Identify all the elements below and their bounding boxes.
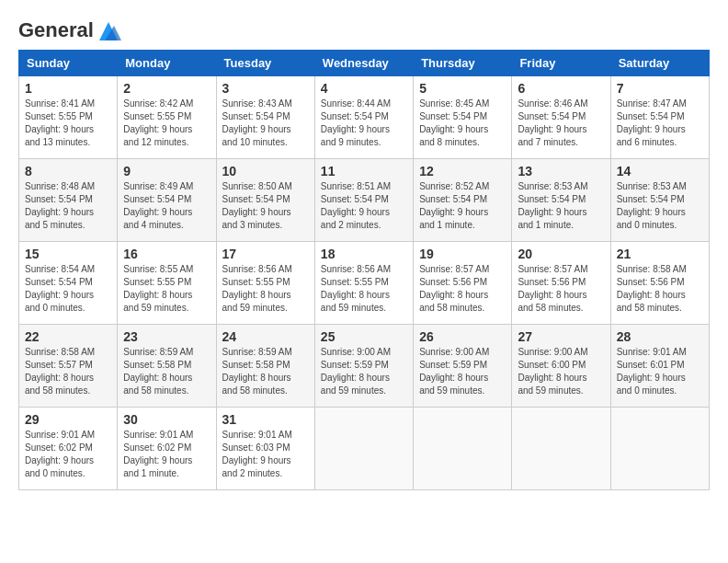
day-number: 24 — [222, 329, 309, 344]
day-number: 3 — [222, 81, 309, 96]
calendar-week-row: 1Sunrise: 8:41 AM Sunset: 5:55 PM Daylig… — [19, 76, 710, 159]
calendar-cell: 19Sunrise: 8:57 AM Sunset: 5:56 PM Dayli… — [414, 242, 512, 325]
day-info: Sunrise: 8:54 AM Sunset: 5:54 PM Dayligh… — [25, 263, 111, 315]
calendar-cell: 1Sunrise: 8:41 AM Sunset: 5:55 PM Daylig… — [19, 76, 118, 159]
day-info: Sunrise: 8:56 AM Sunset: 5:55 PM Dayligh… — [222, 263, 309, 315]
weekday-header-saturday: Saturday — [610, 51, 709, 76]
day-info: Sunrise: 8:46 AM Sunset: 5:54 PM Dayligh… — [518, 98, 604, 149]
day-number: 27 — [518, 329, 604, 344]
day-info: Sunrise: 8:47 AM Sunset: 5:54 PM Dayligh… — [617, 98, 703, 149]
calendar-cell: 14Sunrise: 8:53 AM Sunset: 5:54 PM Dayli… — [610, 159, 709, 242]
day-info: Sunrise: 8:43 AM Sunset: 5:54 PM Dayligh… — [222, 98, 309, 149]
calendar-cell: 27Sunrise: 9:00 AM Sunset: 6:00 PM Dayli… — [512, 325, 610, 408]
calendar-cell: 26Sunrise: 9:00 AM Sunset: 5:59 PM Dayli… — [414, 325, 512, 408]
calendar-cell: 21Sunrise: 8:58 AM Sunset: 5:56 PM Dayli… — [610, 242, 709, 325]
day-number: 15 — [25, 247, 111, 261]
day-number: 16 — [123, 247, 210, 261]
day-info: Sunrise: 8:44 AM Sunset: 5:54 PM Dayligh… — [321, 98, 407, 149]
day-info: Sunrise: 8:41 AM Sunset: 5:55 PM Dayligh… — [25, 98, 111, 149]
day-info: Sunrise: 8:53 AM Sunset: 5:54 PM Dayligh… — [617, 180, 703, 232]
calendar-cell: 17Sunrise: 8:56 AM Sunset: 5:55 PM Dayli… — [216, 242, 314, 325]
calendar-cell: 25Sunrise: 9:00 AM Sunset: 5:59 PM Dayli… — [314, 325, 413, 408]
calendar-cell — [314, 408, 413, 490]
day-info: Sunrise: 9:01 AM Sunset: 6:02 PM Dayligh… — [123, 429, 210, 480]
calendar-cell: 12Sunrise: 8:52 AM Sunset: 5:54 PM Dayli… — [414, 159, 512, 242]
calendar-cell: 31Sunrise: 9:01 AM Sunset: 6:03 PM Dayli… — [216, 408, 314, 490]
day-number: 25 — [321, 329, 407, 344]
day-info: Sunrise: 9:00 AM Sunset: 5:59 PM Dayligh… — [419, 346, 506, 397]
day-info: Sunrise: 8:42 AM Sunset: 5:55 PM Dayligh… — [123, 98, 210, 149]
day-info: Sunrise: 8:55 AM Sunset: 5:55 PM Dayligh… — [123, 263, 210, 315]
day-info: Sunrise: 8:49 AM Sunset: 5:54 PM Dayligh… — [123, 180, 210, 232]
day-number: 6 — [518, 81, 604, 96]
day-number: 5 — [419, 81, 506, 96]
logo-icon — [96, 18, 121, 44]
day-number: 9 — [123, 164, 210, 178]
day-info: Sunrise: 8:52 AM Sunset: 5:54 PM Dayligh… — [419, 180, 506, 232]
calendar-table: SundayMondayTuesdayWednesdayThursdayFrid… — [18, 50, 710, 490]
weekday-header-wednesday: Wednesday — [314, 51, 413, 76]
day-number: 2 — [123, 81, 210, 96]
calendar-week-row: 29Sunrise: 9:01 AM Sunset: 6:02 PM Dayli… — [19, 408, 710, 490]
day-number: 23 — [123, 329, 210, 344]
calendar-week-row: 8Sunrise: 8:48 AM Sunset: 5:54 PM Daylig… — [19, 159, 710, 242]
day-number: 20 — [518, 247, 604, 261]
calendar-cell: 29Sunrise: 9:01 AM Sunset: 6:02 PM Dayli… — [19, 408, 118, 490]
day-number: 18 — [321, 247, 407, 261]
day-info: Sunrise: 9:00 AM Sunset: 5:59 PM Dayligh… — [321, 346, 407, 397]
day-info: Sunrise: 8:51 AM Sunset: 5:54 PM Dayligh… — [321, 180, 407, 232]
calendar-cell: 10Sunrise: 8:50 AM Sunset: 5:54 PM Dayli… — [216, 159, 314, 242]
calendar-cell: 13Sunrise: 8:53 AM Sunset: 5:54 PM Dayli… — [512, 159, 610, 242]
weekday-header-friday: Friday — [512, 51, 610, 76]
calendar-cell — [414, 408, 512, 490]
day-info: Sunrise: 8:57 AM Sunset: 5:56 PM Dayligh… — [518, 263, 604, 315]
day-number: 19 — [419, 247, 506, 261]
day-number: 29 — [25, 412, 111, 427]
calendar-cell: 22Sunrise: 8:58 AM Sunset: 5:57 PM Dayli… — [19, 325, 118, 408]
calendar-cell — [512, 408, 610, 490]
weekday-header-sunday: Sunday — [19, 51, 118, 76]
calendar-cell — [610, 408, 709, 490]
calendar-cell: 3Sunrise: 8:43 AM Sunset: 5:54 PM Daylig… — [216, 76, 314, 159]
day-number: 4 — [321, 81, 407, 96]
day-number: 14 — [617, 164, 703, 178]
calendar-cell: 2Sunrise: 8:42 AM Sunset: 5:55 PM Daylig… — [118, 76, 216, 159]
day-number: 11 — [321, 164, 407, 178]
logo-text: General — [18, 18, 121, 44]
day-info: Sunrise: 8:45 AM Sunset: 5:54 PM Dayligh… — [419, 98, 506, 149]
weekday-header-thursday: Thursday — [414, 51, 512, 76]
calendar-cell: 6Sunrise: 8:46 AM Sunset: 5:54 PM Daylig… — [512, 76, 610, 159]
calendar-cell: 11Sunrise: 8:51 AM Sunset: 5:54 PM Dayli… — [314, 159, 413, 242]
calendar-cell: 23Sunrise: 8:59 AM Sunset: 5:58 PM Dayli… — [118, 325, 216, 408]
calendar-week-row: 15Sunrise: 8:54 AM Sunset: 5:54 PM Dayli… — [19, 242, 710, 325]
day-number: 13 — [518, 164, 604, 178]
logo: General — [18, 18, 121, 40]
day-info: Sunrise: 9:01 AM Sunset: 6:01 PM Dayligh… — [617, 346, 703, 397]
day-number: 30 — [123, 412, 210, 427]
day-info: Sunrise: 9:01 AM Sunset: 6:03 PM Dayligh… — [222, 429, 309, 480]
day-number: 21 — [617, 247, 703, 261]
calendar-week-row: 22Sunrise: 8:58 AM Sunset: 5:57 PM Dayli… — [19, 325, 710, 408]
weekday-header-tuesday: Tuesday — [216, 51, 314, 76]
calendar-cell: 16Sunrise: 8:55 AM Sunset: 5:55 PM Dayli… — [118, 242, 216, 325]
day-number: 26 — [419, 329, 506, 344]
day-info: Sunrise: 8:59 AM Sunset: 5:58 PM Dayligh… — [123, 346, 210, 397]
day-number: 1 — [25, 81, 111, 96]
day-info: Sunrise: 9:00 AM Sunset: 6:00 PM Dayligh… — [518, 346, 604, 397]
calendar-header-row: SundayMondayTuesdayWednesdayThursdayFrid… — [19, 51, 710, 76]
day-number: 7 — [617, 81, 703, 96]
day-number: 28 — [617, 329, 703, 344]
weekday-header-monday: Monday — [118, 51, 216, 76]
day-info: Sunrise: 8:53 AM Sunset: 5:54 PM Dayligh… — [518, 180, 604, 232]
day-number: 12 — [419, 164, 506, 178]
calendar-cell: 8Sunrise: 8:48 AM Sunset: 5:54 PM Daylig… — [19, 159, 118, 242]
day-info: Sunrise: 8:58 AM Sunset: 5:56 PM Dayligh… — [617, 263, 703, 315]
day-info: Sunrise: 8:58 AM Sunset: 5:57 PM Dayligh… — [25, 346, 111, 397]
day-info: Sunrise: 8:59 AM Sunset: 5:58 PM Dayligh… — [222, 346, 309, 397]
calendar-cell: 30Sunrise: 9:01 AM Sunset: 6:02 PM Dayli… — [118, 408, 216, 490]
day-number: 8 — [25, 164, 111, 178]
calendar-cell: 15Sunrise: 8:54 AM Sunset: 5:54 PM Dayli… — [19, 242, 118, 325]
page-header: General — [18, 18, 710, 40]
day-number: 31 — [222, 412, 309, 427]
day-info: Sunrise: 8:50 AM Sunset: 5:54 PM Dayligh… — [222, 180, 309, 232]
